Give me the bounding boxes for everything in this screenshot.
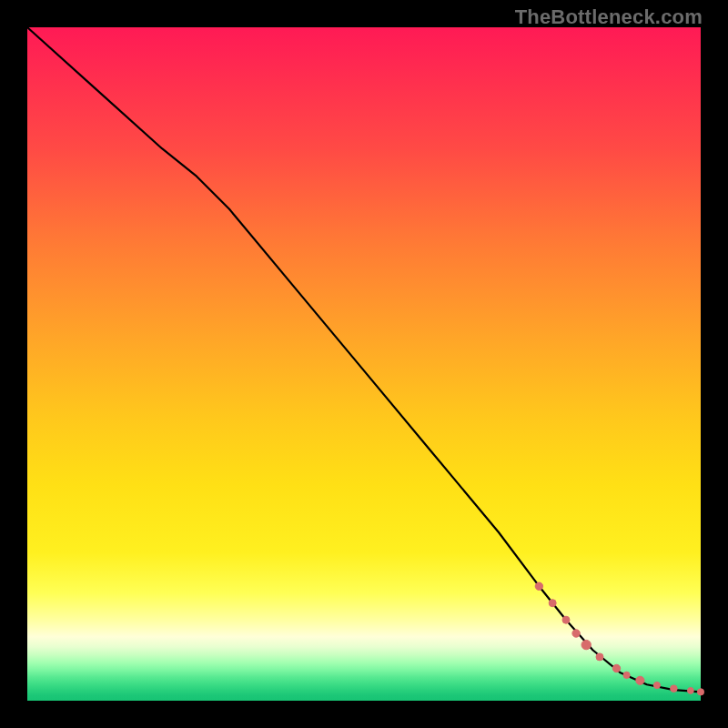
data-point-marker	[688, 688, 694, 694]
data-point-marker	[697, 689, 703, 695]
data-point-marker	[596, 653, 603, 661]
bottleneck-curve	[27, 27, 701, 692]
chart-stage: TheBottleneck.com	[0, 0, 728, 728]
data-point-marker	[653, 682, 660, 688]
marker-group	[535, 582, 703, 695]
data-point-marker	[572, 630, 580, 637]
data-point-marker	[671, 685, 678, 693]
data-point-marker	[562, 616, 570, 623]
data-point-marker	[549, 600, 556, 607]
data-point-marker	[612, 664, 620, 672]
plot-area	[27, 27, 701, 701]
watermark-text: TheBottleneck.com	[515, 5, 703, 29]
chart-overlay	[27, 27, 701, 701]
data-point-marker	[535, 582, 542, 590]
data-point-marker	[623, 672, 630, 678]
data-point-marker	[636, 676, 644, 684]
data-point-marker	[581, 640, 591, 649]
